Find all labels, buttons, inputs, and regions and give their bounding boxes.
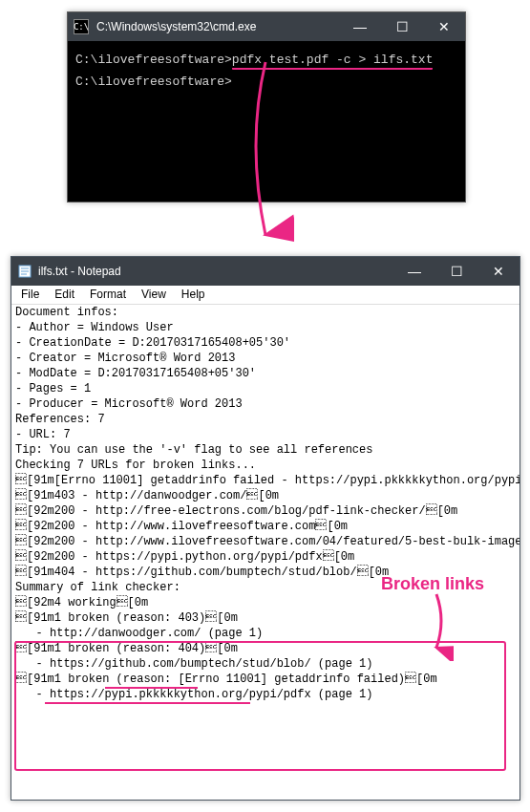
cmd-window: C:\ C:\Windows\system32\cmd.exe — ☐ ✕ C:… <box>67 11 466 203</box>
text-line: - http://danwoodger.com/ (page 1) <box>15 626 516 641</box>
text-line: [91m404 - https://github.com/bumptech/s… <box>15 565 516 580</box>
text-line: [92m200 - http://www.ilovefreesoftware.… <box>15 519 516 534</box>
text-line: [91m403 - http://danwoodger.com/[0m <box>15 488 516 503</box>
cmd-command-text: pdfx test.pdf -c > ilfs.txt <box>232 53 434 70</box>
text-line: [92m200 - https://pypi.python.org/pypi/… <box>15 549 516 565</box>
notepad-window: ilfs.txt - Notepad — ☐ ✕ File Edit Forma… <box>11 256 520 801</box>
maximize-button[interactable]: ☐ <box>435 257 477 286</box>
text-line: Document infos: <box>15 305 516 320</box>
text-line: - Creator = Microsoft® Word 2013 <box>15 351 516 366</box>
text-line: [91m1 broken (reason: 404)[0m <box>15 641 516 656</box>
minimize-button[interactable]: — <box>393 257 435 286</box>
text-line: [91m1 broken (reason: [Errno 11001] get… <box>15 672 516 687</box>
notepad-menubar: File Edit Format View Help <box>11 286 519 305</box>
menu-file[interactable]: File <box>13 286 47 304</box>
text-line: [91m[Errno 11001] getaddrinfo failed - … <box>15 473 516 488</box>
notepad-titlebar: ilfs.txt - Notepad — ☐ ✕ <box>11 257 519 286</box>
menu-view[interactable]: View <box>134 286 174 304</box>
menu-format[interactable]: Format <box>82 286 134 304</box>
text-line: Tip: You can use the '-v' flag to see al… <box>15 442 516 458</box>
text-line: [92m4 working[0m <box>15 595 516 610</box>
text-line: References: 7 <box>15 412 516 427</box>
text-line: [91m1 broken (reason: 403)[0m <box>15 610 516 626</box>
notepad-text-area[interactable]: Document infos:- Author = Windows User- … <box>11 305 519 702</box>
notepad-window-controls: — ☐ ✕ <box>393 257 519 286</box>
maximize-button[interactable]: ☐ <box>381 12 423 41</box>
close-button[interactable]: ✕ <box>477 257 519 286</box>
cmd-line-1: C:\ilovefreesoftware>pdfx test.pdf -c > … <box>75 53 457 67</box>
text-line: - https://pypi.pkkkkkython.org/pypi/pdfx… <box>15 687 516 702</box>
notepad-window-title: ilfs.txt - Notepad <box>38 265 393 278</box>
text-line: - Author = Windows User <box>15 320 516 335</box>
minimize-button[interactable]: — <box>339 12 381 41</box>
menu-edit[interactable]: Edit <box>47 286 82 304</box>
notepad-icon <box>17 264 32 279</box>
text-line: Checking 7 URLs for broken links... <box>15 458 516 473</box>
text-line: - ModDate = D:20170317165408+05'30' <box>15 366 516 381</box>
text-line: Summary of link checker: <box>15 580 516 595</box>
close-button[interactable]: ✕ <box>423 12 465 41</box>
cmd-icon: C:\ <box>74 19 89 34</box>
text-line: - Pages = 1 <box>15 381 516 396</box>
cmd-line-2: C:\ilovefreesoftware> <box>75 75 457 89</box>
text-line: [92m200 - http://www.ilovefreesoftware.… <box>15 534 516 549</box>
cmd-window-controls: — ☐ ✕ <box>339 12 465 41</box>
cmd-window-title: C:\Windows\system32\cmd.exe <box>95 20 339 33</box>
text-line: - Producer = Microsoft® Word 2013 <box>15 396 516 412</box>
cmd-prompt: C:\ilovefreesoftware> <box>75 53 232 67</box>
text-line: - CreationDate = D:20170317165408+05'30' <box>15 335 516 351</box>
cmd-body[interactable]: C:\ilovefreesoftware>pdfx test.pdf -c > … <box>68 41 465 108</box>
text-line: - https://github.com/bumptech/stud/blob/… <box>15 656 516 672</box>
cmd-titlebar: C:\ C:\Windows\system32\cmd.exe — ☐ ✕ <box>68 12 465 41</box>
menu-help[interactable]: Help <box>174 286 213 304</box>
text-line: [92m200 - http://free-electrons.com/blo… <box>15 503 516 519</box>
text-line: - URL: 7 <box>15 427 516 442</box>
